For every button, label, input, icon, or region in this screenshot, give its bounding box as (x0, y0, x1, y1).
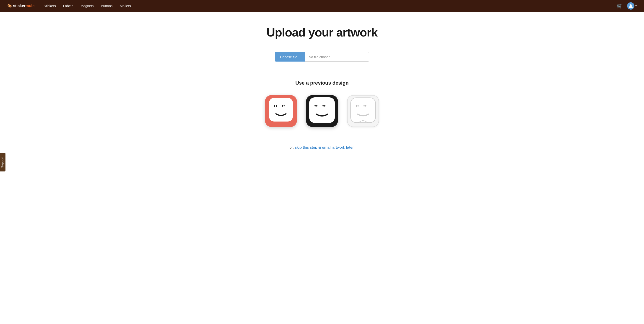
svg-text:": " (322, 103, 326, 113)
skip-link[interactable]: skip this step & email artwork later. (295, 145, 354, 150)
nav-mailers[interactable]: Mailers (120, 4, 131, 8)
previous-designs-section: Use a previous design " " (265, 80, 379, 150)
svg-text:": " (273, 103, 278, 112)
main-content: Upload your artwork Choose file... Use a… (0, 12, 644, 324)
design-thumbnails-container: " " " " (265, 95, 379, 127)
user-avatar (627, 2, 634, 10)
mule-icon: 🐎 (7, 4, 12, 8)
svg-text:": " (355, 104, 360, 113)
svg-text:": " (281, 103, 286, 112)
design-3-icon: " " (348, 96, 378, 126)
cart-icon[interactable]: 🛒 (617, 3, 622, 9)
skip-section: or, skip this step & email artwork later… (290, 145, 354, 150)
svg-text:": " (362, 104, 368, 113)
user-menu[interactable]: ▾ (627, 2, 637, 10)
svg-text:": " (314, 103, 318, 113)
brand-sticker-text: sticker (13, 4, 26, 8)
nav-labels[interactable]: Labels (63, 4, 73, 8)
design-2-icon: " " (306, 95, 338, 127)
nav-stickers[interactable]: Stickers (44, 4, 56, 8)
nav-magnets[interactable]: Magnets (80, 4, 94, 8)
nav-right: 🛒 ▾ (617, 2, 637, 10)
upload-area: Choose file... (275, 52, 369, 62)
nav-buttons[interactable]: Buttons (101, 4, 113, 8)
brand-mule-text: mule (26, 4, 35, 8)
design-thumb-1[interactable]: " " (265, 95, 297, 127)
file-name-display (305, 52, 369, 62)
navbar: 🐎 stickermule Stickers Labels Magnets Bu… (0, 0, 644, 12)
design-1-icon: " " (265, 95, 297, 127)
design-thumb-3[interactable]: " " (347, 95, 379, 127)
nav-links: Stickers Labels Magnets Buttons Mailers (44, 4, 131, 8)
brand-logo[interactable]: 🐎 stickermule (7, 4, 35, 8)
page-title: Upload your artwork (266, 26, 378, 39)
svg-point-0 (630, 4, 632, 6)
support-tab[interactable]: Support (0, 153, 6, 171)
dropdown-arrow-icon: ▾ (635, 4, 637, 8)
skip-prefix-text: or, (290, 145, 295, 150)
design-thumb-2[interactable]: " " (306, 95, 338, 127)
choose-file-button[interactable]: Choose file... (275, 52, 305, 62)
section-divider (249, 71, 395, 71)
previous-designs-title: Use a previous design (295, 80, 349, 86)
